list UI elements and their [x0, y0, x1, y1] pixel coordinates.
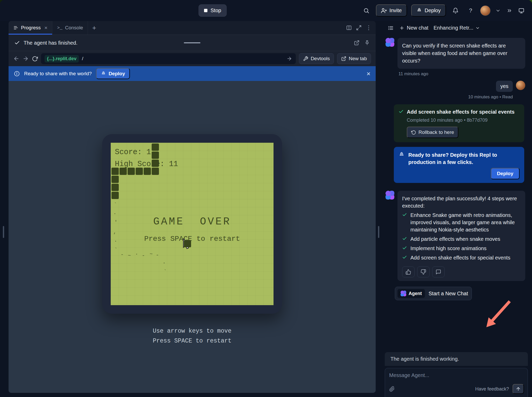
- tab-bar: Progress × >_ Console + ⋮: [9, 21, 376, 35]
- left-rail-resize-handle[interactable]: [3, 226, 4, 238]
- check-icon: [402, 235, 407, 243]
- message-actions: [402, 266, 521, 277]
- chevrons-right-icon[interactable]: [506, 5, 513, 16]
- summary-step: Enhance Snake game with retro animations…: [402, 211, 521, 233]
- game-help-text: Use arrow keys to move Press SPACE to re…: [153, 326, 232, 346]
- back-icon[interactable]: [13, 56, 19, 62]
- snake-segment: [120, 168, 127, 175]
- check-icon: [402, 211, 407, 233]
- tab-progress[interactable]: Progress ×: [9, 21, 52, 35]
- deploy-banner: Ready to share with the world? Deploy ×: [9, 66, 376, 81]
- banner-close-icon[interactable]: ×: [367, 70, 370, 77]
- url-bar[interactable]: {...}.replit.dev /: [41, 53, 296, 64]
- food-block: [184, 240, 191, 247]
- deploy-promo-button[interactable]: Deploy: [491, 168, 520, 179]
- deploy-promo-text: Ready to share? Deploy this Repl to prod…: [408, 151, 520, 166]
- checkpoint-card: Add screen shake effects for special eve…: [394, 104, 524, 142]
- game-device-frame: Score: 1 High Score: 11 GAME OVER Press …: [102, 134, 282, 314]
- tab-close-icon[interactable]: ×: [44, 25, 47, 31]
- check-icon: [14, 40, 20, 46]
- app-preview: Score: 1 High Score: 11 GAME OVER Press …: [9, 81, 376, 393]
- kebab-menu-icon[interactable]: ⋮: [366, 24, 372, 31]
- check-icon: [402, 254, 407, 261]
- new-tab-label: New tab: [349, 56, 367, 61]
- plus-icon: [399, 25, 404, 31]
- new-tab-plus-button[interactable]: +: [88, 21, 100, 35]
- user-avatar: [516, 81, 525, 90]
- wrench-icon: [303, 56, 308, 61]
- thumbs-down-button[interactable]: [417, 266, 430, 277]
- snake-segment: [111, 192, 119, 199]
- notifications-bell-icon[interactable]: [450, 5, 461, 16]
- agent-summary-bubble: I've completed the plan successfully! 4 …: [397, 191, 525, 281]
- left-rail: [0, 21, 9, 397]
- pin-icon[interactable]: [364, 40, 370, 46]
- agent-avatar-icon: [386, 38, 394, 47]
- new-chat-button[interactable]: New chat: [397, 23, 431, 33]
- agent-pill: Agent: [397, 289, 425, 298]
- forward-icon[interactable]: [23, 56, 29, 62]
- deploy-label: Deploy: [425, 8, 441, 13]
- topbar: Stop Invite Deploy ?: [0, 0, 532, 21]
- feedback-link[interactable]: Have feedback?: [475, 386, 509, 392]
- snake-segment: [152, 168, 159, 175]
- rollback-button[interactable]: Rollback to here: [407, 127, 458, 138]
- send-button[interactable]: [513, 384, 524, 394]
- rollback-label: Rollback to here: [418, 129, 454, 135]
- open-external-icon[interactable]: [354, 40, 360, 46]
- browser-toolbar: {...}.replit.dev / Devtools New tab: [9, 51, 376, 66]
- url-path: /: [82, 56, 83, 61]
- rocket-icon: [416, 8, 422, 13]
- agent-message-bubble: Can you verify if the screen shake effec…: [397, 38, 525, 69]
- rocket-icon: [101, 71, 106, 76]
- chat-header: New chat Enhancing Retr...: [382, 21, 532, 35]
- snake-segment: [152, 143, 159, 151]
- new-tab-button[interactable]: New tab: [337, 53, 371, 64]
- chat-history-icon[interactable]: [386, 23, 395, 33]
- message-timestamp: 11 minutes ago: [398, 71, 525, 77]
- preview-drag-handle[interactable]: [184, 42, 200, 43]
- message-input[interactable]: [389, 372, 524, 378]
- tab-console-label: Console: [65, 25, 83, 31]
- devtools-button[interactable]: Devtools: [299, 53, 334, 64]
- comment-button[interactable]: [432, 266, 445, 277]
- rocket-icon: [398, 151, 405, 166]
- user-message-row: yes: [386, 81, 525, 92]
- check-icon: [398, 108, 404, 115]
- snake-segment: [152, 160, 159, 167]
- snake-segment: [111, 176, 119, 183]
- snake-game-screen[interactable]: Score: 1 High Score: 11 GAME OVER Press …: [111, 143, 274, 305]
- snake-segment: [136, 168, 143, 175]
- new-chat-label: New chat: [407, 25, 428, 31]
- expand-icon[interactable]: [356, 25, 362, 31]
- deploy-button[interactable]: Deploy: [411, 4, 446, 17]
- help-icon[interactable]: ?: [465, 5, 476, 16]
- tab-console[interactable]: >_ Console: [52, 21, 88, 35]
- chevron-down-icon[interactable]: [495, 5, 501, 16]
- step-text: Add screen shake effects for special eve…: [410, 254, 510, 261]
- chat-title-dropdown[interactable]: Enhancing Retr...: [433, 25, 480, 31]
- tabbar-actions: ⋮: [346, 21, 376, 35]
- particle: ·: [135, 251, 138, 257]
- window-icon[interactable]: [517, 5, 525, 16]
- particle: ·: [114, 238, 117, 244]
- invite-button[interactable]: Invite: [376, 4, 407, 17]
- invite-label: Invite: [389, 8, 402, 13]
- reload-icon[interactable]: [32, 56, 38, 62]
- split-view-icon[interactable]: [346, 25, 352, 31]
- start-new-chat-button[interactable]: Agent Start a New Chat: [395, 287, 472, 300]
- stop-button[interactable]: Stop: [199, 4, 227, 17]
- agent-finished-note: The agent is finished working.: [385, 352, 528, 366]
- chat-messages[interactable]: Can you verify if the screen shake effec…: [382, 35, 532, 348]
- person-plus-icon: [381, 8, 387, 13]
- banner-deploy-button[interactable]: Deploy: [96, 68, 130, 79]
- agent-summary-row: I've completed the plan successfully! 4 …: [386, 191, 525, 281]
- url-go-icon[interactable]: [286, 56, 292, 61]
- attach-paperclip-icon[interactable]: [389, 386, 395, 392]
- particle: ~: [150, 251, 153, 257]
- user-avatar[interactable]: [480, 5, 491, 16]
- particle: `: [114, 247, 117, 253]
- panel-resize-handle[interactable]: [378, 226, 379, 238]
- thumbs-up-button[interactable]: [402, 266, 415, 277]
- search-icon[interactable]: [361, 5, 372, 16]
